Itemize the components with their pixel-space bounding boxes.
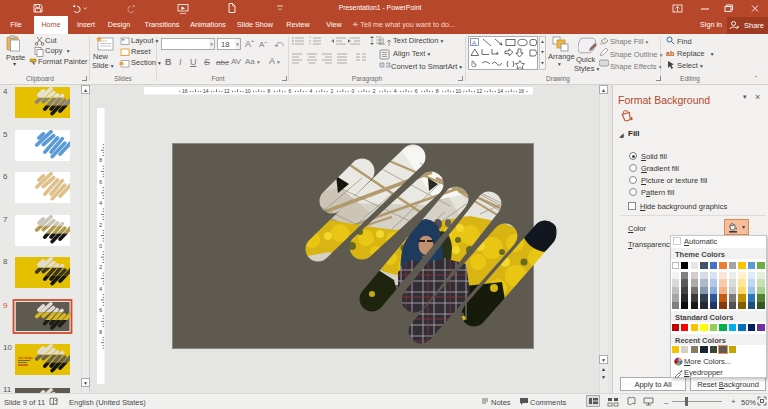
svg-text:Jual bunga: Jual bunga bbox=[18, 356, 33, 360]
svg-text:A: A bbox=[472, 40, 476, 46]
svg-text:ab: ab bbox=[666, 50, 674, 57]
